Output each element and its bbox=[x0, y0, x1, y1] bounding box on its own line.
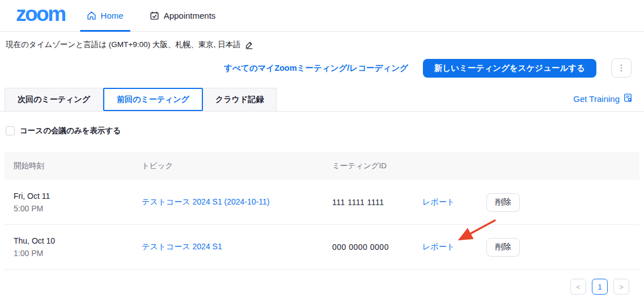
table-header-row: 開始時刻 トピック ミーティングID bbox=[5, 152, 639, 180]
delete-cell: 削除 bbox=[478, 193, 639, 212]
home-icon bbox=[87, 11, 96, 20]
edit-timezone-icon[interactable] bbox=[245, 40, 253, 49]
meeting-id-cell: 111 1111 1111 bbox=[324, 198, 416, 207]
meeting-time: 5:00 PM bbox=[14, 202, 136, 215]
zoom-logo[interactable]: zoom bbox=[16, 3, 65, 28]
table-row: Fri, Oct 11 5:00 PM テストコース 2024 S1 (2024… bbox=[5, 180, 639, 225]
tab-upcoming-meetings[interactable]: 次回のミーティング bbox=[5, 88, 103, 111]
tab-previous-meetings[interactable]: 前回のミーティング bbox=[103, 88, 203, 111]
delete-button[interactable]: 削除 bbox=[486, 238, 520, 257]
meeting-topic-link[interactable]: テストコース 2024 S1 bbox=[142, 242, 222, 251]
timezone-row: 現在のタイムゾーンと言語は (GMT+9:00) 大阪、札幌、東京, 日本語 bbox=[6, 40, 644, 50]
nav-tab-home-label: Home bbox=[101, 11, 124, 20]
all-my-meetings-link[interactable]: すべてのマイZoomミーティング/レコーディング bbox=[224, 63, 408, 74]
meeting-tabs-bar: 次回のミーティング 前回のミーティング クラウド記録 Get Training bbox=[0, 88, 644, 112]
meeting-id-cell: 000 0000 0000 bbox=[324, 242, 416, 252]
previous-meetings-table: 開始時刻 トピック ミーティングID Fri, Oct 11 5:00 PM テ… bbox=[5, 152, 639, 270]
schedule-meeting-button[interactable]: 新しいミーティングをスケジュールする bbox=[423, 59, 596, 78]
course-filter-row: コースの会議のみを表示する bbox=[6, 126, 644, 136]
pagination-prev-button[interactable]: < bbox=[570, 279, 586, 295]
more-options-button[interactable]: ⋮ bbox=[611, 58, 632, 78]
zoom-lms-portal: zoom Home Appointments 現在のタイムゾーンと言語は (GM… bbox=[0, 0, 644, 298]
start-time-cell: Thu, Oct 10 1:00 PM bbox=[5, 235, 136, 259]
meeting-topic-link[interactable]: テストコース 2024 S1 (2024-10-11) bbox=[142, 197, 269, 206]
meeting-time: 1:00 PM bbox=[14, 247, 136, 259]
meeting-tabs: 次回のミーティング 前回のミーティング クラウド記録 bbox=[5, 88, 277, 111]
course-meetings-checkbox[interactable] bbox=[6, 126, 15, 135]
training-doc-search-icon bbox=[623, 93, 633, 104]
get-training-label: Get Training bbox=[573, 94, 620, 104]
col-header-topic: トピック bbox=[136, 161, 324, 171]
nav-tab-home[interactable]: Home bbox=[80, 0, 130, 31]
topic-cell: テストコース 2024 S1 bbox=[136, 242, 324, 252]
pagination-page-1-button[interactable]: 1 bbox=[592, 279, 608, 295]
top-nav-tabs: Home Appointments bbox=[80, 0, 223, 31]
report-link-highlighted[interactable]: レポート bbox=[422, 242, 455, 251]
nav-tab-appointments[interactable]: Appointments bbox=[143, 0, 223, 31]
pagination: < 1 > bbox=[0, 279, 644, 295]
get-training-link[interactable]: Get Training bbox=[573, 93, 633, 104]
meeting-date: Fri, Oct 11 bbox=[14, 190, 136, 202]
tab-cloud-recordings[interactable]: クラウド記録 bbox=[203, 88, 277, 111]
start-time-cell: Fri, Oct 11 5:00 PM bbox=[5, 190, 136, 215]
col-header-start-time: 開始時刻 bbox=[5, 161, 136, 171]
report-cell: レポート bbox=[416, 197, 478, 207]
course-meetings-checkbox-label: コースの会議のみを表示する bbox=[20, 126, 121, 136]
delete-button[interactable]: 削除 bbox=[486, 193, 520, 212]
report-link[interactable]: レポート bbox=[422, 197, 455, 206]
delete-cell: 削除 bbox=[478, 238, 639, 257]
table-row: Thu, Oct 10 1:00 PM テストコース 2024 S1 000 0… bbox=[5, 225, 639, 270]
meeting-date: Thu, Oct 10 bbox=[14, 235, 136, 247]
top-navbar: zoom Home Appointments bbox=[0, 0, 644, 32]
nav-tab-appointments-label: Appointments bbox=[164, 11, 216, 20]
pagination-next-button[interactable]: > bbox=[613, 279, 629, 295]
vertical-ellipsis-icon: ⋮ bbox=[617, 63, 626, 73]
col-header-meeting-id: ミーティングID bbox=[324, 161, 416, 171]
appointments-icon bbox=[150, 11, 159, 20]
topic-cell: テストコース 2024 S1 (2024-10-11) bbox=[136, 197, 324, 207]
timezone-text: 現在のタイムゾーンと言語は (GMT+9:00) 大阪、札幌、東京, 日本語 bbox=[6, 40, 241, 50]
actions-row: すべてのマイZoomミーティング/レコーディング 新しいミーティングをスケジュー… bbox=[0, 58, 644, 78]
report-cell: レポート bbox=[416, 242, 478, 252]
